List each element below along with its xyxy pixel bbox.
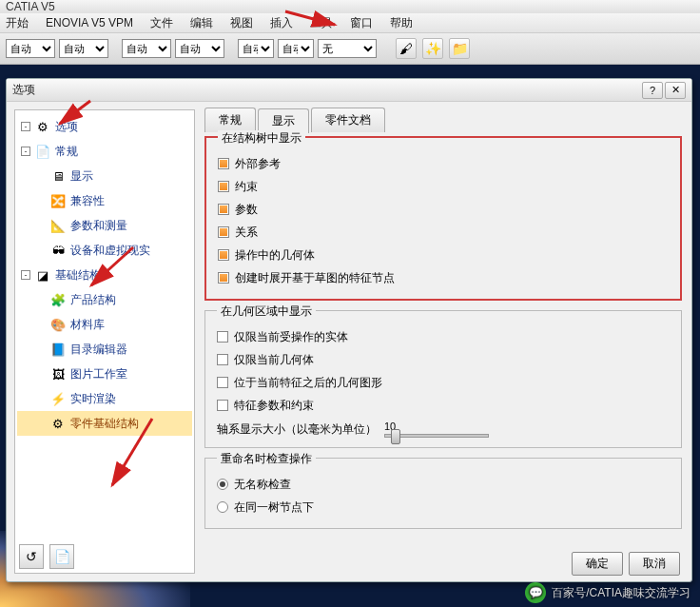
tree-label: 产品结构 <box>70 292 116 308</box>
expand-icon[interactable]: - <box>21 122 30 131</box>
group-tree-display: 在结构树中显示 外部参考约束参数关系操作中的几何体创建时展开基于草图的特征节点 <box>204 136 682 301</box>
checkbox[interactable] <box>218 158 229 169</box>
expand-icon[interactable]: - <box>21 270 30 280</box>
group-geometry-display: 在几何区域中显示 仅限当前受操作的实体仅限当前几何体位于当前特征之后的几何图形特… <box>204 310 682 448</box>
toolbar-select-4[interactable]: 自动 <box>238 39 274 58</box>
tab-常规[interactable]: 常规 <box>204 108 256 132</box>
tree-icon: 🔀 <box>49 192 67 209</box>
toolbar-icon-1[interactable]: ✨ <box>422 38 443 59</box>
checkbox[interactable] <box>218 204 229 215</box>
toolbar-select-6[interactable]: 无 <box>318 39 377 58</box>
app-titlebar: CATIA V5 <box>0 0 700 13</box>
tree-item-常规[interactable]: -📄常规 <box>17 139 192 164</box>
checkbox-label: 操作中的几何体 <box>235 247 315 264</box>
tree-label: 常规 <box>55 144 78 160</box>
tree-label: 兼容性 <box>70 193 105 209</box>
wechat-icon: 💬 <box>525 582 546 603</box>
checkbox-label: 位于当前特征之后的几何图形 <box>234 375 382 391</box>
checkbox[interactable] <box>218 226 229 238</box>
checkbox[interactable] <box>217 354 228 365</box>
tree-icon: 📘 <box>49 341 67 358</box>
tree-item-材料库[interactable]: 🎨材料库 <box>17 312 192 337</box>
group-legend: 重命名时检查操作 <box>217 451 316 467</box>
menu-编辑[interactable]: 编辑 <box>190 15 213 31</box>
menu-帮助[interactable]: 帮助 <box>390 15 413 31</box>
checkbox-label: 创建时展开基于草图的特征节点 <box>235 270 395 286</box>
menu-视图[interactable]: 视图 <box>230 15 253 31</box>
tree-icon: ⚡ <box>49 390 67 407</box>
tree-item-零件基础结构[interactable]: ⚙零件基础结构 <box>17 411 192 436</box>
menu-工具[interactable]: 工具 <box>310 15 333 31</box>
help-icon[interactable]: ? <box>642 82 663 99</box>
checkbox[interactable] <box>218 272 229 284</box>
checkbox[interactable] <box>217 400 228 411</box>
radio-label: 无名称检查 <box>234 477 291 493</box>
tree-label: 选项 <box>55 119 78 135</box>
checkbox-label: 约束 <box>235 179 258 195</box>
app-title: CATIA V5 <box>6 0 55 13</box>
toolbar-select-3[interactable]: 自动 <box>175 39 224 58</box>
tree-item-实时渲染[interactable]: ⚡实时渲染 <box>17 386 192 411</box>
menu-文件[interactable]: 文件 <box>150 15 173 31</box>
group-rename-check: 重命名时检查操作 无名称检查在同一树节点下 <box>204 458 682 529</box>
expand-icon[interactable]: - <box>21 147 30 156</box>
tree-item-产品结构[interactable]: 🧩产品结构 <box>17 287 192 312</box>
tree-icon: 📄 <box>34 143 51 160</box>
radio[interactable] <box>217 479 228 490</box>
menu-插入[interactable]: 插入 <box>270 15 293 31</box>
dialog-title: 选项 <box>12 82 640 98</box>
toolbar-select-0[interactable]: 自动 <box>6 39 55 58</box>
tree-label: 实时渲染 <box>70 391 116 407</box>
checkbox-label: 仅限当前几何体 <box>234 352 314 368</box>
tree-icon: 🕶 <box>49 242 67 259</box>
tree-label: 目录编辑器 <box>70 342 127 358</box>
checkbox[interactable] <box>218 249 229 261</box>
checkbox[interactable] <box>217 377 228 388</box>
menu-开始[interactable]: 开始 <box>6 15 29 31</box>
toolbar-icon-0[interactable]: 🖌 <box>396 38 417 59</box>
toolbar-select-5[interactable]: 自动 <box>278 39 314 58</box>
tree-icon: 🖼 <box>49 365 67 382</box>
radio-label: 在同一树节点下 <box>234 499 314 516</box>
menu-ENOVIA V5 VPM[interactable]: ENOVIA V5 VPM <box>46 16 133 29</box>
tree-label: 材料库 <box>70 317 105 333</box>
tree-item-图片工作室[interactable]: 🖼图片工作室 <box>17 362 192 386</box>
tree-item-目录编辑器[interactable]: 📘目录编辑器 <box>17 337 192 362</box>
group-legend: 在几何区域中显示 <box>217 304 316 320</box>
toolbar: 自动自动自动自动自动自动无🖌✨📁 <box>0 32 700 65</box>
toolbar-select-1[interactable]: 自动 <box>59 39 108 58</box>
menu-窗口[interactable]: 窗口 <box>350 15 373 31</box>
ok-button[interactable]: 确定 <box>572 552 623 576</box>
tab-零件文档[interactable]: 零件文档 <box>311 108 385 132</box>
axis-size-slider[interactable] <box>384 434 489 438</box>
slider-label: 轴系显示大小（以毫米为单位） <box>217 421 377 438</box>
options-tree[interactable]: -⚙选项-📄常规🖥显示🔀兼容性📐参数和测量🕶设备和虚拟现实-◪基础结构🧩产品结构… <box>14 109 195 574</box>
radio[interactable] <box>217 501 228 513</box>
tree-item-兼容性[interactable]: 🔀兼容性 <box>17 188 192 213</box>
dialog-titlebar: 选项 ? ✕ <box>7 79 691 102</box>
tree-label: 图片工作室 <box>70 366 127 382</box>
tree-label: 设备和虚拟现实 <box>70 243 150 259</box>
checkbox[interactable] <box>218 181 229 192</box>
group-legend: 在结构树中显示 <box>218 130 305 147</box>
tree-item-选项[interactable]: -⚙选项 <box>17 114 192 139</box>
tree-item-设备和虚拟现实[interactable]: 🕶设备和虚拟现实 <box>17 238 192 263</box>
tree-tool-2[interactable]: 📄 <box>49 544 74 569</box>
tree-item-显示[interactable]: 🖥显示 <box>17 164 192 188</box>
watermark-text: 百家号/CATIA趣味交流学习 <box>552 585 690 601</box>
cancel-button[interactable]: 取消 <box>629 552 680 576</box>
close-icon[interactable]: ✕ <box>665 82 686 99</box>
tree-icon: 🖥 <box>49 167 67 185</box>
toolbar-icon-2[interactable]: 📁 <box>449 38 470 59</box>
toolbar-select-2[interactable]: 自动 <box>122 39 171 58</box>
checkbox[interactable] <box>217 331 228 343</box>
tree-icon: ⚙ <box>34 118 51 135</box>
checkbox-label: 关系 <box>235 225 258 241</box>
checkbox-label: 仅限当前受操作的实体 <box>234 329 348 345</box>
tabs: 常规显示零件文档 <box>204 108 682 132</box>
tree-icon: ◪ <box>34 266 51 284</box>
tree-tool-1[interactable]: ↺ <box>19 544 44 569</box>
tree-item-参数和测量[interactable]: 📐参数和测量 <box>17 213 192 238</box>
tree-icon: 📐 <box>49 217 67 234</box>
tree-item-基础结构[interactable]: -◪基础结构 <box>17 263 192 287</box>
